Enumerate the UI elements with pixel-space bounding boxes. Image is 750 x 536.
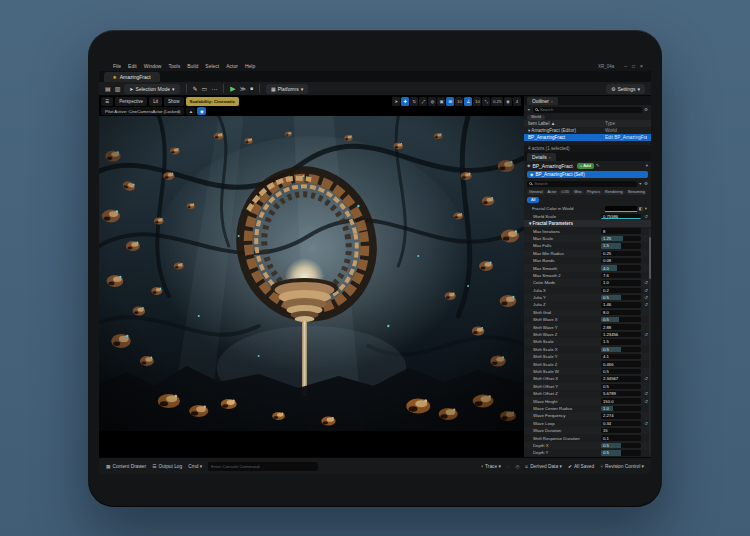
- play-button[interactable]: ▶: [230, 85, 235, 92]
- all-filter-pill[interactable]: All: [527, 197, 539, 203]
- all-saved-status[interactable]: ✔ All Saved: [568, 464, 594, 469]
- menu-item[interactable]: Actor: [226, 63, 238, 69]
- property-value-input[interactable]: 8.0: [601, 310, 641, 315]
- property-value-input[interactable]: 1.5: [601, 243, 641, 248]
- property-value-input[interactable]: 0.5: [601, 347, 641, 352]
- grid-snap-value[interactable]: 10: [455, 97, 463, 106]
- fractal-parameters-section[interactable]: ▾ Fractal Parameters: [524, 220, 651, 227]
- property-value-input[interactable]: 2.88: [601, 324, 641, 329]
- details-category-tab[interactable]: Physics: [585, 190, 602, 195]
- property-value-input[interactable]: 1.0: [601, 280, 641, 285]
- lit-dropdown[interactable]: Lit: [149, 97, 162, 106]
- property-value-input[interactable]: 1.0: [601, 406, 641, 411]
- blueprints-icon[interactable]: ✎: [193, 86, 198, 92]
- outliner-settings-icon[interactable]: ⚙: [644, 107, 648, 112]
- details-category-tab[interactable]: Rendering: [603, 190, 625, 195]
- show-dropdown[interactable]: Show: [164, 97, 184, 106]
- filter-chip[interactable]: World: [527, 115, 545, 120]
- property-value-input[interactable]: 2.34567: [601, 376, 641, 381]
- property-value-input[interactable]: 0.5: [601, 450, 641, 455]
- console-command-input[interactable]: Enter Console Command: [208, 462, 318, 471]
- maximize-icon[interactable]: □: [632, 63, 635, 69]
- property-value-input[interactable]: 0.5: [601, 317, 641, 322]
- details-category-tab[interactable]: Streaming: [626, 190, 647, 195]
- move-tool-icon[interactable]: ✚: [401, 97, 409, 106]
- platforms-button[interactable]: ▦ Platforms ▾: [266, 84, 308, 94]
- property-value-input[interactable]: 15: [601, 428, 641, 433]
- world-scale-value[interactable]: 0.75586: [601, 214, 641, 219]
- perspective-dropdown[interactable]: Perspective: [115, 97, 147, 106]
- details-scrollbar[interactable]: [649, 229, 651, 455]
- panel-options-icon[interactable]: ▾: [646, 163, 648, 168]
- menu-item[interactable]: Help: [245, 63, 255, 69]
- reset-to-default-icon[interactable]: ↺: [643, 214, 649, 219]
- property-value-input[interactable]: 0.25: [601, 251, 641, 256]
- color-dropper-icon[interactable]: ▾: [645, 206, 647, 211]
- property-value-input[interactable]: 0.466: [601, 361, 641, 366]
- level-tab[interactable]: ✱ AmazingFract: [104, 72, 160, 82]
- details-category-tab[interactable]: LOD: [559, 190, 571, 195]
- content-browser-icon[interactable]: ▥: [115, 86, 121, 92]
- property-value-input[interactable]: 150.0: [601, 398, 641, 403]
- property-value-input[interactable]: 4.1: [601, 354, 641, 359]
- bug-icon[interactable]: ◌: [507, 464, 510, 469]
- minimize-icon[interactable]: –: [624, 63, 627, 69]
- details-tab[interactable]: Details ×: [527, 153, 556, 161]
- rotate-tool-icon[interactable]: ↻: [410, 97, 418, 106]
- notifications-icon[interactable]: ◷: [515, 464, 519, 469]
- property-value-input[interactable]: 8: [601, 228, 641, 233]
- details-filter-icon[interactable]: ▼: [639, 182, 643, 186]
- property-value-input[interactable]: 0.2: [601, 288, 641, 293]
- scale-tool-icon[interactable]: ⤢: [419, 97, 427, 106]
- color-picker-icon[interactable]: ◧: [639, 206, 643, 211]
- close-icon[interactable]: ×: [549, 155, 551, 160]
- outliner-search-input[interactable]: Search: [533, 107, 643, 113]
- cmd-dropdown[interactable]: Cmd ▾: [188, 464, 202, 469]
- menu-item[interactable]: Window: [144, 63, 162, 69]
- menu-item[interactable]: File: [113, 63, 121, 69]
- edit-blueprint-icon[interactable]: ✎: [596, 163, 600, 168]
- scale-snap-value[interactable]: 0.25: [491, 97, 503, 106]
- scalability-badge[interactable]: Scalability: Cinematic: [186, 97, 239, 106]
- close-icon[interactable]: ×: [551, 99, 553, 104]
- pilot-status[interactable]: Pilot Active: CineCameraActor (Locked): [101, 107, 184, 115]
- outliner-tab[interactable]: Outliner ×: [527, 97, 558, 105]
- rotation-snap-value[interactable]: 10: [473, 97, 481, 106]
- trace-button[interactable]: ◔ Trace ▾: [480, 464, 501, 469]
- property-value-input[interactable]: 1.23456: [601, 332, 641, 337]
- more-tools-icon[interactable]: ⋯: [211, 86, 217, 92]
- settings-button[interactable]: ⚙ Settings ▾: [606, 84, 645, 94]
- property-value-input[interactable]: 4.0: [601, 265, 641, 270]
- camera-speed-value[interactable]: 4: [513, 97, 521, 106]
- details-category-tab[interactable]: Actor: [546, 190, 559, 195]
- output-log-button[interactable]: ☰ Output Log: [152, 464, 182, 469]
- viewport-options-button[interactable]: ☰: [101, 97, 113, 106]
- save-icon[interactable]: ▤: [105, 86, 111, 92]
- close-icon[interactable]: ×: [640, 63, 643, 69]
- property-value-input[interactable]: 0.34: [601, 421, 641, 426]
- details-settings-icon[interactable]: ⚙: [644, 181, 648, 186]
- property-value-input[interactable]: 0.08: [601, 258, 641, 263]
- details-search-input[interactable]: Search: [527, 181, 637, 187]
- surface-snap-icon[interactable]: ▣: [437, 97, 445, 106]
- property-value-input[interactable]: 1.25: [601, 236, 641, 241]
- viewport[interactable]: ☰ Perspective Lit Show Scalability: Cine…: [99, 96, 524, 457]
- skip-frame-icon[interactable]: ≫: [240, 86, 246, 92]
- outliner-row-selected[interactable]: BP_AmazingFract Edit BP_AmazingFract: [524, 134, 651, 141]
- stop-icon[interactable]: ■: [250, 86, 253, 91]
- property-value-input[interactable]: 0.5: [601, 384, 641, 389]
- camera-view-icon[interactable]: ◉: [197, 107, 206, 115]
- menu-item[interactable]: Build: [187, 63, 198, 69]
- scale-snap-icon[interactable]: ⤡: [482, 97, 490, 106]
- revision-control-button[interactable]: ⑂ Revision Control ▾: [600, 464, 644, 469]
- select-tool-icon[interactable]: ➤: [392, 97, 400, 106]
- camera-speed-icon[interactable]: ◉: [504, 97, 512, 106]
- derived-data-button[interactable]: ≡ Derived Data ▾: [525, 464, 562, 469]
- property-value-input[interactable]: 0.5: [601, 443, 641, 448]
- outliner-column-headers[interactable]: Item Label ▲ Type: [524, 120, 651, 127]
- property-value-input[interactable]: 5.6789: [601, 391, 641, 396]
- property-value-input[interactable]: 0.5: [601, 369, 641, 374]
- property-value-input[interactable]: 1.5: [601, 339, 641, 344]
- property-value-input[interactable]: 7.6: [601, 273, 641, 278]
- property-value-input[interactable]: 2.274: [601, 413, 641, 418]
